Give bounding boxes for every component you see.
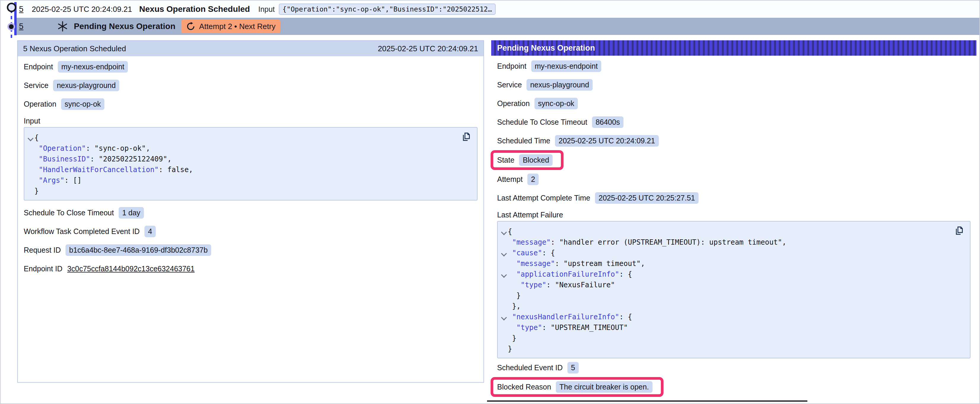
code-line: "Args": [] (27, 175, 459, 186)
code-line: "Operation": "sync-op-ok", (27, 143, 459, 154)
field-row: Attempt2 (497, 170, 970, 189)
code-gutter (27, 165, 34, 175)
code-text: "message": "upstream timeout", (508, 258, 645, 269)
field-label: Scheduled Time (497, 136, 550, 145)
input-label: Input (258, 5, 275, 14)
field-row: StateBlocked (497, 150, 970, 170)
input-json-block: { "Operation": "sync-op-ok", "BusinessID… (24, 127, 477, 201)
code-gutter (27, 143, 34, 154)
event-id-link[interactable]: 5 (19, 22, 24, 31)
code-gutter (500, 258, 508, 269)
code-text: "type": "NexusFailure" (508, 280, 615, 290)
field-label: Scheduled Event ID (497, 363, 563, 372)
event-timestamp: 2025-02-25 UTC 20:24:09.21 (32, 5, 132, 14)
field-value-badge: sync-op-ok (535, 98, 578, 109)
failure-section-label: Last Attempt Failure (497, 209, 970, 221)
left-fields-bottom: Schedule To Close Timeout1 dayWorkflow T… (24, 203, 477, 278)
field-value-badge: 5 (567, 362, 579, 374)
code-line: "applicationFailureInfo": { (500, 269, 952, 280)
field-wrap: Servicenexus-playground (497, 79, 593, 90)
code-gutter (500, 301, 508, 312)
field-label: Endpoint (497, 62, 527, 70)
code-text: "Args": [] (34, 175, 81, 186)
field-value-badge: 4 (145, 226, 156, 237)
field-label: State (497, 156, 514, 165)
history-row-nexus-operation-scheduled[interactable]: 5 2025-02-25 UTC 20:24:09.21 Nexus Opera… (17, 1, 979, 18)
field-row: Blocked ReasonThe circuit breaker is ope… (497, 377, 970, 397)
field-label: Operation (24, 100, 56, 108)
field-label: Last Attempt Complete Time (497, 194, 590, 202)
field-row: Schedule To Close Timeout86400s (497, 113, 970, 131)
collapse-chevron-icon[interactable] (500, 248, 508, 258)
code-gutter (27, 186, 34, 196)
failure-json-lines: { "message": "handler error (UPSTREAM_TI… (500, 226, 952, 354)
code-line: } (27, 186, 459, 196)
event-title: Pending Nexus Operation (74, 22, 175, 31)
pending-asterisk-icon (57, 21, 68, 32)
field-wrap: Scheduled Event ID5 (497, 362, 579, 374)
code-text: } (508, 344, 512, 354)
field-label: Attempt (497, 175, 523, 184)
code-gutter (500, 333, 508, 344)
field-wrap: Servicenexus-playground (24, 80, 119, 91)
code-text: "applicationFailureInfo": { (508, 269, 632, 280)
attempt-retry-badge: Attempt 2 • Next Retry (181, 19, 280, 33)
left-panel-timestamp: 2025-02-25 UTC 20:24:09.21 (378, 44, 478, 53)
field-value-badge: nexus-playground (527, 79, 593, 90)
field-label: Operation (497, 99, 530, 108)
copy-button[interactable] (460, 131, 472, 143)
field-value-badge: b1c6a4bc-8ee7-468a-9169-df3b02c8737b (65, 244, 211, 256)
collapse-chevron-icon[interactable] (500, 269, 508, 280)
field-wrap: Endpointmy-nexus-endpoint (24, 61, 128, 73)
history-row-pending-nexus-operation[interactable]: 5 Pending Nexus Operation Attempt 2 • Ne… (17, 18, 979, 35)
field-value-link[interactable]: 3c0c75ccfa8144b092c13ce632463761 (67, 265, 195, 273)
code-line: "nexusHandlerFailureInfo": { (500, 312, 952, 322)
field-value-badge: my-nexus-endpoint (531, 60, 601, 72)
field-wrap: Last Attempt Complete Time2025-02-25 UTC… (497, 192, 698, 204)
right-panel-header: Pending Nexus Operation (491, 40, 977, 56)
code-line: { (500, 226, 952, 237)
field-label: Schedule To Close Timeout (497, 118, 587, 127)
right-panel-body: Endpointmy-nexus-endpointServicenexus-pl… (491, 56, 977, 397)
field-row: Operationsync-op-ok (24, 95, 477, 113)
field-value-badge: 2025-02-25 UTC 20:24:09.21 (555, 135, 659, 147)
collapse-chevron-icon[interactable] (500, 312, 508, 322)
code-gutter (500, 344, 508, 354)
collapse-chevron-icon[interactable] (27, 132, 34, 143)
code-text: "Operation": "sync-op-ok", (34, 143, 150, 154)
code-line: "message": "handler error (UPSTREAM_TIME… (500, 237, 952, 248)
left-panel-title: 5 Nexus Operation Scheduled (23, 44, 126, 53)
field-row: Endpointmy-nexus-endpoint (24, 57, 477, 76)
field-label: Endpoint ID (24, 265, 63, 273)
code-line: } (500, 333, 952, 344)
field-wrap: Request IDb1c6a4bc-8ee7-468a-9169-df3b02… (24, 244, 211, 256)
input-preview-chip: {"Operation":"sync-op-ok","BusinessID":"… (279, 3, 495, 15)
field-label: Workflow Task Completed Event ID (24, 227, 140, 236)
field-row: Workflow Task Completed Event ID4 (24, 222, 477, 241)
code-line: "type": "NexusFailure" (500, 280, 952, 290)
field-value-badge: sync-op-ok (61, 98, 104, 110)
annotation-highlight-box: StateBlocked (491, 150, 563, 170)
code-text: } (508, 333, 516, 344)
code-line: "HandlerWaitForCancellation": false, (27, 165, 459, 175)
code-gutter (500, 237, 508, 248)
field-row: Operationsync-op-ok (497, 94, 970, 113)
field-wrap: Scheduled Time2025-02-25 UTC 20:24:09.21 (497, 135, 659, 147)
field-label: Service (497, 81, 522, 89)
right-fields-top: Endpointmy-nexus-endpointServicenexus-pl… (497, 57, 970, 208)
code-line: "cause": { (500, 248, 952, 258)
event-timeline-dot-open-icon (7, 3, 16, 12)
collapse-chevron-icon[interactable] (500, 226, 508, 237)
copy-icon (954, 225, 964, 236)
code-text: } (34, 186, 38, 196)
code-gutter (500, 280, 508, 290)
copy-button[interactable] (953, 225, 965, 237)
event-detail-panel-scheduled: 5 Nexus Operation Scheduled 2025-02-25 U… (17, 40, 484, 383)
code-text: "nexusHandlerFailureInfo": { (508, 312, 632, 322)
input-section-label: Input (24, 115, 477, 127)
event-detail-panel-pending: Pending Nexus Operation Endpointmy-nexus… (491, 40, 977, 404)
code-line: "message": "upstream timeout", (500, 258, 952, 269)
event-id-link[interactable]: 5 (19, 5, 24, 14)
field-wrap: Operationsync-op-ok (497, 98, 578, 109)
attempt-retry-text: Attempt 2 • Next Retry (199, 22, 275, 31)
